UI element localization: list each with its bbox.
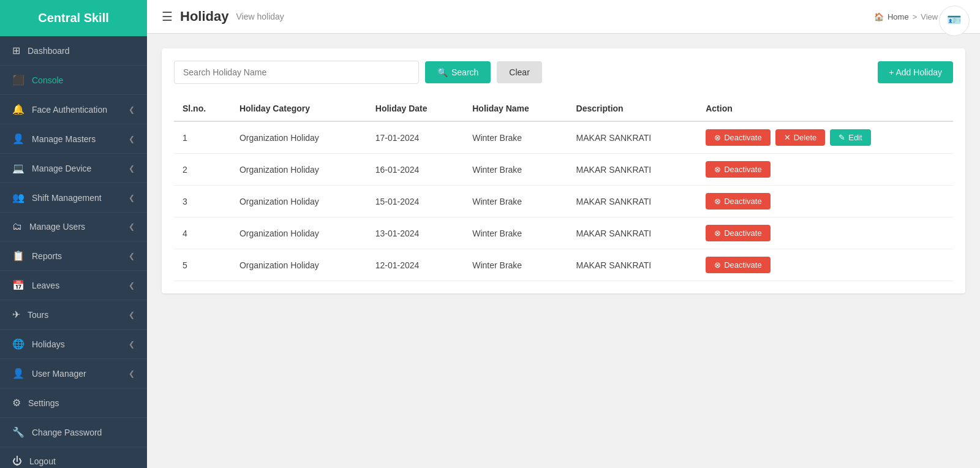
sidebar-item-dashboard[interactable]: ⊞ Dashboard xyxy=(0,36,147,66)
deactivate-button[interactable]: ⊗Deactivate xyxy=(706,225,770,241)
deactivate-icon: ⊗ xyxy=(714,228,721,238)
search-button[interactable]: 🔍 Search xyxy=(425,61,491,83)
cell-name: Winter Brake xyxy=(464,249,567,281)
breadcrumb-separator: > xyxy=(913,12,918,21)
deactivate-button[interactable]: ⊗Deactivate xyxy=(706,129,770,146)
sidebar-item-manage-device[interactable]: 💻 Manage Device ❮ xyxy=(0,154,147,183)
breadcrumb-home-link[interactable]: Home xyxy=(888,12,909,21)
sidebar-nav: ⊞ Dashboard ⬛ Console 🔔 Face Authenticat… xyxy=(0,36,147,468)
sidebar-icon-settings: ⚙ xyxy=(12,397,21,409)
sidebar-item-manage-users[interactable]: 🗂 Manage Users ❮ xyxy=(0,213,147,241)
app-name: Central Skill xyxy=(38,11,109,25)
sidebar-item-face-auth[interactable]: 🔔 Face Authentication ❮ xyxy=(0,95,147,124)
sidebar-item-left-holidays: 🌐 Holidays xyxy=(12,338,65,350)
sidebar-chevron-user-manager: ❮ xyxy=(129,369,135,378)
cell-sl: 5 xyxy=(174,249,231,281)
add-holiday-button[interactable]: + Add Holiday xyxy=(878,61,953,83)
add-holiday-label: + Add Holiday xyxy=(889,67,942,77)
sidebar-item-manage-masters[interactable]: 👤 Manage Masters ❮ xyxy=(0,124,147,154)
sidebar-icon-console: ⬛ xyxy=(12,74,24,86)
sidebar-item-left-change-password: 🔧 Change Password xyxy=(12,426,102,438)
sidebar-icon-change-password: 🔧 xyxy=(12,426,24,438)
cell-date: 15-01-2024 xyxy=(367,186,464,217)
search-button-label: Search xyxy=(451,67,478,77)
clear-button[interactable]: Clear xyxy=(497,61,541,83)
search-row: 🔍 Search Clear + Add Holiday xyxy=(174,61,953,84)
sidebar-label-dashboard: Dashboard xyxy=(28,46,70,56)
table-header: Sl.no.Holiday CategoryHoliday DateHolida… xyxy=(174,96,953,121)
deactivate-button[interactable]: ⊗Deactivate xyxy=(706,161,770,178)
sidebar-item-shift-management[interactable]: 👥 Shift Management ❮ xyxy=(0,183,147,213)
cell-action: ⊗Deactivate xyxy=(697,154,953,185)
table-body: 1Organization Holiday17-01-2024Winter Br… xyxy=(174,121,953,281)
search-icon: 🔍 xyxy=(437,67,448,77)
sidebar-item-leaves[interactable]: 📅 Leaves ❮ xyxy=(0,271,147,300)
edit-button[interactable]: ✎Edit xyxy=(830,129,870,146)
sidebar-item-left-console: ⬛ Console xyxy=(12,74,63,86)
search-input[interactable] xyxy=(174,61,419,84)
delete-button[interactable]: ✕Delete xyxy=(775,129,826,146)
col-sl.no.: Sl.no. xyxy=(174,96,231,121)
col-holiday-category: Holiday Category xyxy=(231,96,367,121)
sidebar-item-left-dashboard: ⊞ Dashboard xyxy=(12,45,70,56)
hamburger-menu[interactable]: ☰ xyxy=(162,9,173,24)
sidebar-item-settings[interactable]: ⚙ Settings xyxy=(0,388,147,418)
sidebar-item-left-user-manager: 👤 User Manager xyxy=(12,368,86,379)
cell-action: ⊗Deactivate xyxy=(697,249,953,281)
cell-name: Winter Brake xyxy=(464,154,567,186)
sidebar-item-left-reports: 📋 Reports xyxy=(12,250,62,262)
page-subtitle: View holiday xyxy=(236,12,284,21)
sidebar-item-console[interactable]: ⬛ Console xyxy=(0,66,147,95)
sidebar-label-manage-users: Manage Users xyxy=(29,222,85,232)
sidebar-label-console: Console xyxy=(32,75,63,85)
col-holiday-date: Holiday Date xyxy=(367,96,464,121)
sidebar-item-change-password[interactable]: 🔧 Change Password xyxy=(0,418,147,447)
cell-name: Winter Brake xyxy=(464,217,567,249)
sidebar-item-logout[interactable]: ⏻ Logout xyxy=(0,447,147,468)
table-header-row: Sl.no.Holiday CategoryHoliday DateHolida… xyxy=(174,96,953,121)
cell-sl: 2 xyxy=(174,154,231,186)
table-row: 5Organization Holiday12-01-2024Winter Br… xyxy=(174,249,953,281)
cell-description: MAKAR SANKRATI xyxy=(568,249,698,281)
col-action: Action xyxy=(697,96,953,121)
edit-icon: ✎ xyxy=(839,133,845,142)
sidebar-item-left-tours: ✈ Tours xyxy=(12,309,48,320)
sidebar-item-left-manage-masters: 👤 Manage Masters xyxy=(12,133,96,145)
topbar-left: ☰ Holiday View holiday xyxy=(162,9,284,25)
cell-sl: 1 xyxy=(174,121,231,154)
sidebar-chevron-reports: ❮ xyxy=(129,252,135,260)
cell-description: MAKAR SANKRATI xyxy=(568,186,698,217)
col-description: Description xyxy=(568,96,698,121)
sidebar-label-face-auth: Face Authentication xyxy=(32,105,107,115)
sidebar-chevron-shift-management: ❮ xyxy=(129,194,135,202)
app-logo: Central Skill xyxy=(0,0,147,36)
sidebar-label-shift-management: Shift Management xyxy=(32,193,102,203)
cell-description: MAKAR SANKRATI xyxy=(568,121,698,154)
sidebar-item-reports[interactable]: 📋 Reports ❮ xyxy=(0,241,147,271)
sidebar-label-manage-masters: Manage Masters xyxy=(32,134,96,144)
sidebar-icon-manage-users: 🗂 xyxy=(12,221,22,232)
cell-category: Organization Holiday xyxy=(231,249,367,281)
cell-name: Winter Brake xyxy=(464,186,567,217)
cell-category: Organization Holiday xyxy=(231,121,367,154)
aadhaar-logo: 🪪 xyxy=(938,5,970,37)
deactivate-icon: ⊗ xyxy=(714,260,721,270)
deactivate-button[interactable]: ⊗Deactivate xyxy=(706,257,770,273)
sidebar-label-manage-device: Manage Device xyxy=(32,164,91,173)
cell-description: MAKAR SANKRATI xyxy=(568,217,698,249)
main-content: ☰ Holiday View holiday 🏠 Home > View hol… xyxy=(147,0,980,468)
breadcrumb-home-icon: 🏠 xyxy=(874,12,884,21)
sidebar-item-tours[interactable]: ✈ Tours ❮ xyxy=(0,300,147,330)
cell-description: MAKAR SANKRATI xyxy=(568,154,698,186)
sidebar-icon-shift-management: 👥 xyxy=(12,192,24,203)
cell-sl: 4 xyxy=(174,217,231,249)
sidebar-icon-user-manager: 👤 xyxy=(12,368,24,379)
sidebar-icon-leaves: 📅 xyxy=(12,279,24,291)
sidebar-item-holidays[interactable]: 🌐 Holidays ❮ xyxy=(0,330,147,359)
col-holiday-name: Holiday Name xyxy=(464,96,567,121)
deactivate-button[interactable]: ⊗Deactivate xyxy=(706,193,770,209)
page-title: Holiday xyxy=(180,9,228,25)
sidebar-icon-holidays: 🌐 xyxy=(12,338,24,350)
sidebar-item-user-manager[interactable]: 👤 User Manager ❮ xyxy=(0,359,147,388)
delete-icon: ✕ xyxy=(784,133,791,142)
